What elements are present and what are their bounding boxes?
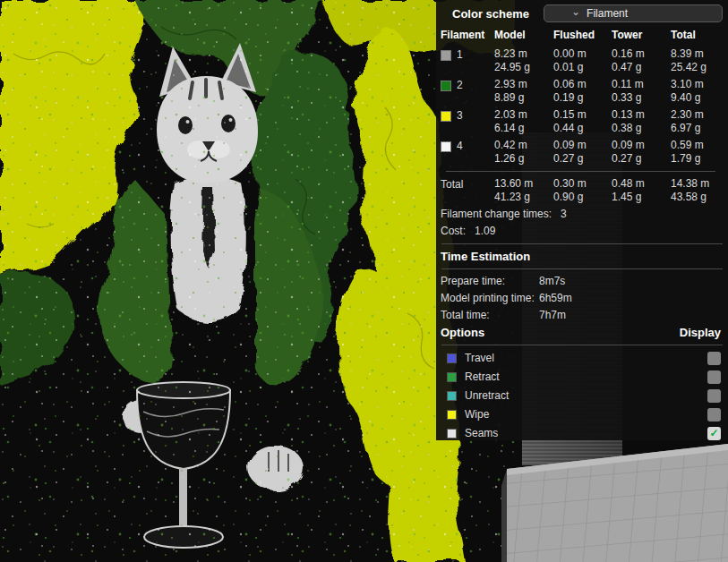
prepare-time: Prepare time: 8m7s xyxy=(436,273,728,290)
option-travel: Travel xyxy=(436,349,728,368)
model-printing-time: Model printing time: 6h59m xyxy=(436,290,728,307)
option-retract: Retract xyxy=(436,368,728,387)
col-model: Model xyxy=(494,29,553,42)
option-color-swatch xyxy=(447,429,457,439)
cost: Cost: 1.09 xyxy=(436,223,728,240)
filament-swatch[interactable] xyxy=(441,50,451,61)
color-scheme-label: Color scheme xyxy=(452,7,529,21)
filament-table: Filament Model Flushed Tower Total 1 8.2… xyxy=(436,26,728,206)
col-total: Total xyxy=(671,29,721,42)
option-color-swatch xyxy=(447,353,457,363)
filament-swatch[interactable] xyxy=(441,141,451,152)
filament-total-row: Total 13.60 m41.23 g 0.30 m0.90 g 0.48 m… xyxy=(441,175,721,206)
total-time: Total time: 7h7m xyxy=(436,307,728,324)
filament-row: 1 8.23 m24.95 g 0.00 m0.01 g 0.16 m0.47 … xyxy=(441,46,721,76)
separator xyxy=(441,268,723,269)
options-header: Options Display xyxy=(436,324,728,341)
display-label: Display xyxy=(680,326,721,339)
filament-id: 2 xyxy=(457,79,463,92)
option-color-swatch xyxy=(447,410,457,420)
col-flushed: Flushed xyxy=(553,29,612,42)
filament-change-times: Filament change times: 3 xyxy=(436,206,728,223)
time-estimation-title: Time Estimation xyxy=(436,248,728,265)
chevron-down-icon: ⌄ xyxy=(571,7,580,16)
separator xyxy=(441,345,723,345)
filament-swatch[interactable] xyxy=(441,81,451,91)
slice-info-panel: Color scheme ⌄ Filament Filament Model F… xyxy=(436,0,728,440)
filament-id: 4 xyxy=(457,140,463,153)
separator xyxy=(441,243,723,244)
filament-row: 4 0.42 m1.26 g 0.09 m0.27 g 0.09 m0.27 g… xyxy=(441,137,721,167)
option-color-swatch xyxy=(447,372,457,382)
separator xyxy=(446,171,715,172)
display-checkbox-travel[interactable] xyxy=(707,352,721,365)
filament-row: 3 2.03 m6.14 g 0.15 m0.44 g 0.13 m0.38 g… xyxy=(441,106,721,137)
col-tower: Tower xyxy=(612,29,671,42)
panel-header: Color scheme ⌄ Filament xyxy=(436,3,728,26)
color-scheme-dropdown[interactable]: ⌄ Filament xyxy=(544,4,723,22)
display-checkbox-wipe[interactable] xyxy=(707,408,721,422)
color-scheme-value: Filament xyxy=(587,7,628,21)
filament-row: 2 2.93 m8.89 g 0.06 m0.19 g 0.11 m0.33 g… xyxy=(441,76,721,106)
option-wipe: Wipe xyxy=(436,405,728,424)
filament-id: 3 xyxy=(457,109,463,123)
filament-table-header: Filament Model Flushed Tower Total xyxy=(441,26,721,46)
col-filament: Filament xyxy=(441,29,494,42)
option-color-swatch xyxy=(447,391,457,401)
slicer-preview-viewport: Color scheme ⌄ Filament Filament Model F… xyxy=(0,0,728,562)
build-plate xyxy=(501,437,728,562)
option-unretract: Unretract xyxy=(436,387,728,405)
display-checkbox-unretract[interactable] xyxy=(707,389,721,403)
display-checkbox-retract[interactable] xyxy=(707,370,721,384)
options-title: Options xyxy=(441,326,484,339)
option-seams: Seams xyxy=(436,424,728,443)
display-checkbox-seams[interactable] xyxy=(707,427,721,440)
filament-id: 1 xyxy=(457,48,463,62)
total-label: Total xyxy=(441,178,463,192)
filament-swatch[interactable] xyxy=(441,111,451,122)
